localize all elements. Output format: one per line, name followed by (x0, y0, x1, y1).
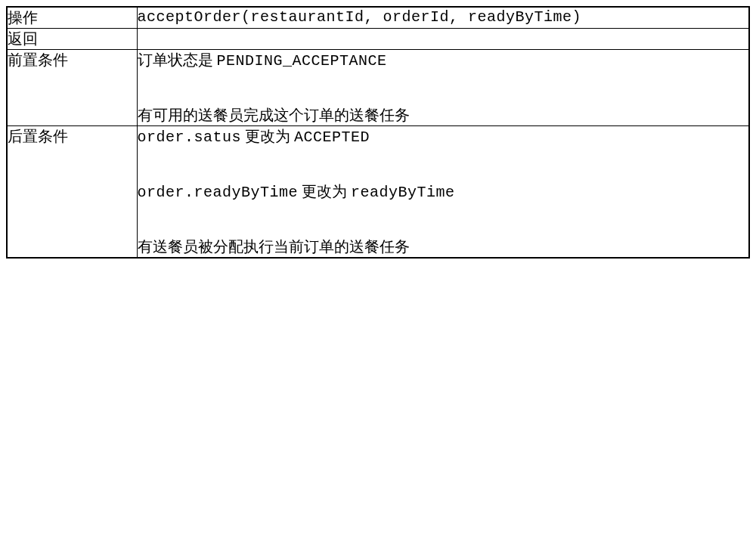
table-row-precondition: 前置条件 订单状态是 PENDING_ACCEPTANCE 有可用的送餐员完成这… (7, 50, 749, 126)
postcondition-line1-mid: 更改为 (241, 128, 294, 144)
postcondition-line1-mono2: ACCEPTED (294, 129, 370, 146)
value-postcondition: order.satus 更改为 ACCEPTED order.readyByTi… (137, 126, 749, 259)
postcondition-line1-mono1: order.satus (138, 129, 242, 146)
postcondition-line2-mono2: readyByTime (351, 184, 455, 201)
table-row-operation: 操作 acceptOrder(restaurantId, orderId, re… (7, 7, 749, 29)
postcondition-line3: 有送餐员被分配执行当前订单的送餐任务 (138, 237, 749, 257)
label-postcondition: 后置条件 (7, 126, 137, 259)
value-operation: acceptOrder(restaurantId, orderId, ready… (137, 7, 749, 29)
postcondition-line2-mono1: order.readyByTime (138, 184, 299, 201)
label-precondition: 前置条件 (7, 50, 137, 126)
postcondition-line2-mid: 更改为 (298, 183, 351, 200)
operation-spec-table: 操作 acceptOrder(restaurantId, orderId, re… (6, 6, 750, 259)
value-returns (137, 29, 749, 50)
value-precondition: 订单状态是 PENDING_ACCEPTANCE 有可用的送餐员完成这个订单的送… (137, 50, 749, 126)
label-returns: 返回 (7, 29, 137, 50)
precondition-line2: 有可用的送餐员完成这个订单的送餐任务 (138, 105, 749, 125)
label-operation: 操作 (7, 7, 137, 29)
postcondition-line1: order.satus 更改为 ACCEPTED (138, 126, 749, 147)
precondition-line1-prefix: 订单状态是 (138, 51, 217, 68)
table-row-postcondition: 后置条件 order.satus 更改为 ACCEPTED order.read… (7, 126, 749, 259)
postcondition-line2: order.readyByTime 更改为 readyByTime (138, 181, 749, 202)
precondition-line1-mono: PENDING_ACCEPTANCE (217, 52, 387, 70)
table-row-returns: 返回 (7, 29, 749, 50)
operation-signature: acceptOrder(restaurantId, orderId, ready… (138, 8, 582, 26)
precondition-line1: 订单状态是 PENDING_ACCEPTANCE (138, 50, 749, 70)
